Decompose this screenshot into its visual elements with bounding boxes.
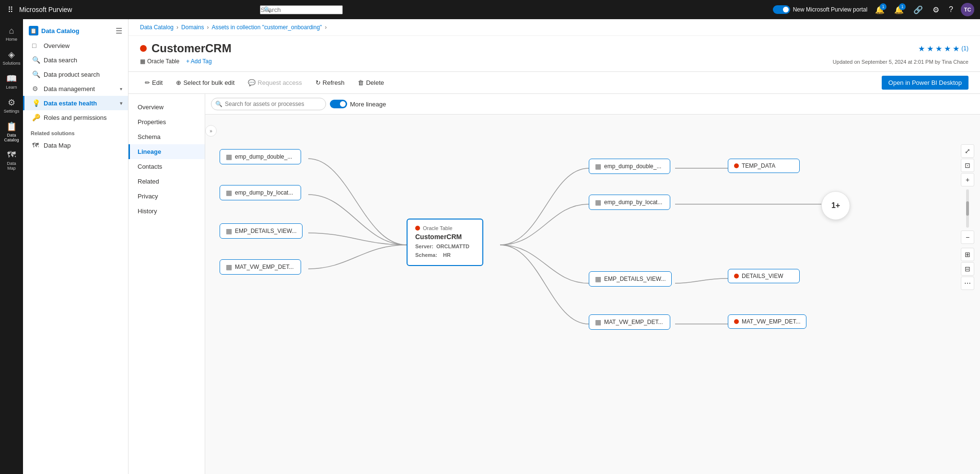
zoom-in-button[interactable]: + xyxy=(961,173,974,186)
star-4[interactable]: ★ xyxy=(944,44,951,53)
apps-button[interactable]: ⠿ xyxy=(6,3,15,16)
sidebar-item-home[interactable]: ⌂ Home xyxy=(2,23,21,45)
zoom-track xyxy=(966,189,969,228)
select-bulk-button[interactable]: ⊕ Select for bulk edit xyxy=(171,77,239,89)
search-icon: 🔍 xyxy=(264,6,271,13)
edit-label: Edit xyxy=(152,79,163,86)
help-button[interactable]: ? xyxy=(947,3,955,16)
more-lineage-switch[interactable] xyxy=(330,100,347,108)
node-details-view[interactable]: DETAILS_VIEW xyxy=(728,269,800,283)
global-search-input[interactable] xyxy=(260,5,343,14)
delete-button[interactable]: 🗑 Delete xyxy=(353,77,389,89)
main-oracle-icon xyxy=(415,226,420,231)
grid-button[interactable]: ⊟ xyxy=(961,262,974,276)
nav-item-data-management-label: Data management xyxy=(44,85,95,92)
node-mat-vw-emp-det-left[interactable]: ▦ MAT_VW_EMP_DET... xyxy=(220,259,301,275)
tab-history[interactable]: History xyxy=(128,204,205,219)
tab-lineage[interactable]: Lineage xyxy=(128,144,205,159)
nav-item-roles-permissions[interactable]: 🔑 Roles and permissions xyxy=(23,110,128,125)
alerts-button[interactable]: 🔔 1 xyxy=(892,3,906,16)
refresh-label: Refresh xyxy=(323,79,345,86)
lineage-search-input[interactable] xyxy=(211,98,326,110)
catalog-brand-icon: 📋 xyxy=(29,26,38,35)
tab-related[interactable]: Related xyxy=(128,174,205,189)
request-access-button[interactable]: 💬 Request access xyxy=(243,77,307,89)
asset-type-badge: ▦ Oracle Table xyxy=(140,58,179,65)
mat-vw-oracle-icon xyxy=(734,319,739,324)
tab-privacy[interactable]: Privacy xyxy=(128,189,205,204)
sidebar-item-solutions[interactable]: ◈ Solutions xyxy=(2,46,21,69)
node-emp-dump-double-right[interactable]: ▦ emp_dump_double_... xyxy=(589,159,670,174)
nav-item-data-management[interactable]: ⚙ Data management ▾ xyxy=(23,81,128,96)
breadcrumb-domains[interactable]: Domains xyxy=(181,24,204,31)
tab-contacts[interactable]: Contacts xyxy=(128,159,205,174)
layout-button[interactable]: ⊞ xyxy=(961,248,974,261)
nav-item-data-estate-health[interactable]: 💡 Data estate health ▾ xyxy=(23,96,128,110)
node-mat-vw-emp-det-right-input-label: MAT_VW_EMP_DET... xyxy=(604,319,663,325)
nav-item-data-product-search[interactable]: 🔍 Data product search xyxy=(23,67,128,81)
star-1[interactable]: ★ xyxy=(918,44,925,53)
node-temp-data[interactable]: TEMP_DATA xyxy=(728,159,800,173)
user-avatar[interactable]: TC xyxy=(961,3,974,16)
data-management-icon: ⚙ xyxy=(32,85,40,92)
node-emp-dump-by-locat[interactable]: ▦ emp_dump_by_locat... xyxy=(220,185,301,200)
toolbar: ✏ Edit ⊕ Select for bulk edit 💬 Request … xyxy=(128,72,980,94)
refresh-icon: ↻ xyxy=(315,79,321,86)
node-emp-details-view[interactable]: ▦ EMP_DETAILS_VIEW... xyxy=(220,223,303,239)
sidebar-home-label: Home xyxy=(6,37,17,42)
node-details-view-label: DETAILS_VIEW xyxy=(742,273,783,279)
asset-updated-info: Updated on September 5, 2024 at 2:01 PM … xyxy=(833,59,968,65)
portal-toggle[interactable] xyxy=(773,5,790,14)
nav-item-overview[interactable]: □ Overview xyxy=(23,38,128,53)
node-customer-crm[interactable]: Oracle Table CustomerCRM Server: ORCLMAT… xyxy=(407,219,483,266)
add-tag-button[interactable]: + Add Tag xyxy=(183,57,215,66)
more-options-button[interactable]: ⋯ xyxy=(961,277,974,290)
refresh-button[interactable]: ↻ Refresh xyxy=(311,77,350,89)
node-emp-details-view-right[interactable]: ▦ EMP_DETAILS_VIEW... xyxy=(589,271,672,287)
open-power-bi-button[interactable]: Open in Power BI Desktop xyxy=(882,76,968,90)
app-title: Microsoft Purview xyxy=(19,6,72,13)
lineage-search-icon: 🔍 xyxy=(215,101,222,107)
sidebar-item-learn[interactable]: 📖 Learn xyxy=(2,70,21,92)
node-mat-vw-emp-det-right-input[interactable]: ▦ MAT_VW_EMP_DET... xyxy=(589,314,670,330)
star-2[interactable]: ★ xyxy=(927,44,933,53)
expand-button[interactable]: ⤢ xyxy=(961,144,974,158)
zoom-out-button[interactable]: − xyxy=(961,231,974,244)
left-nav-title-text: Data Catalog xyxy=(41,27,79,35)
sidebar-item-data-catalog[interactable]: 📋 Data Catalog xyxy=(2,118,21,145)
roles-icon: 🔑 xyxy=(32,114,40,121)
nav-item-data-search[interactable]: 🔍 Data search xyxy=(23,53,128,67)
edit-button[interactable]: ✏ Edit xyxy=(140,77,167,89)
breadcrumb-data-catalog[interactable]: Data Catalog xyxy=(140,24,174,31)
fit-view-button[interactable]: ⊡ xyxy=(961,159,974,172)
content-area: Overview Properties Schema Lineage Conta… xyxy=(128,94,980,474)
tab-schema[interactable]: Schema xyxy=(128,129,205,144)
share-button[interactable]: 🔗 xyxy=(911,3,925,16)
temp-data-oracle-icon xyxy=(734,163,739,168)
tab-properties[interactable]: Properties xyxy=(128,115,205,129)
sidebar-datacatalog-label: Data Catalog xyxy=(4,133,19,142)
tab-overview[interactable]: Overview xyxy=(128,100,205,115)
breadcrumb-collection[interactable]: Assets in collection "customer_onboardin… xyxy=(211,24,322,31)
hamburger-button[interactable]: ☰ xyxy=(116,26,122,35)
nav-item-data-map[interactable]: 🗺 Data Map xyxy=(23,138,128,152)
node-emp-dump-by-locat-right-label: emp_dump_by_locat... xyxy=(604,199,662,206)
notifications-button[interactable]: 🔔 1 xyxy=(873,3,887,16)
star-5[interactable]: ★ xyxy=(953,44,959,53)
asset-title-row: CustomerCRM ★ ★ ★ ★ ★ (1) xyxy=(140,42,968,55)
plus-badge[interactable]: 1+ xyxy=(821,191,850,220)
node-temp-data-label: TEMP_DATA xyxy=(742,162,775,169)
nav-item-data-product-search-label: Data product search xyxy=(44,71,100,78)
star-3[interactable]: ★ xyxy=(935,44,942,53)
table-node-icon-r4: ▦ xyxy=(595,318,601,326)
node-mat-vw-emp-det-right[interactable]: MAT_VW_EMP_DET... xyxy=(728,314,806,329)
main-node-title: CustomerCRM xyxy=(415,233,462,241)
sidebar-item-data-map[interactable]: 🗺 Data Map xyxy=(2,147,21,173)
node-emp-dump-by-locat-right[interactable]: ▦ emp_dump_by_locat... xyxy=(589,195,670,210)
settings-button[interactable]: ⚙ xyxy=(931,3,941,16)
top-nav-left: ⠿ Microsoft Purview xyxy=(6,3,72,16)
node-emp-dump-double[interactable]: ▦ emp_dump_double_... xyxy=(220,149,301,164)
sidebar-item-settings[interactable]: ⚙ Settings xyxy=(2,94,21,116)
left-nav: 📋 Data Catalog ☰ □ Overview 🔍 Data searc… xyxy=(23,19,128,474)
collapse-panel-button[interactable]: » xyxy=(205,125,217,137)
